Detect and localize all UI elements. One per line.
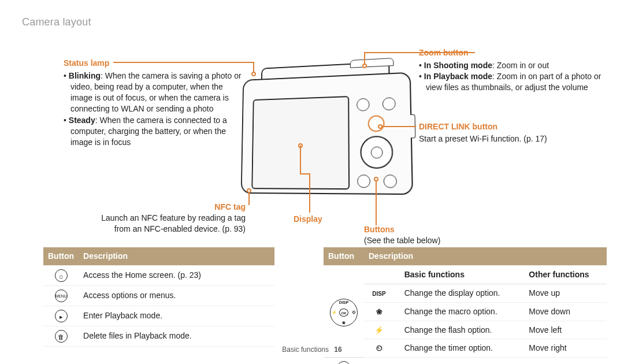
table-row: DISP Change the display option. Move up (324, 284, 607, 302)
footer-page-number: 16 (334, 346, 341, 354)
leader-dot (374, 177, 378, 181)
leader-line (381, 126, 416, 127)
leader-line (364, 52, 365, 65)
leader-line (300, 146, 301, 174)
leader-line (376, 179, 377, 225)
camera-illustration (241, 61, 413, 195)
bullet-text: : Zoom in or out (492, 61, 549, 70)
leader-dot (247, 188, 251, 193)
table-subheader-row: DISP ❀ ⚡ ⏲ OK Basic functions Other func… (324, 265, 607, 284)
leader-line (309, 173, 310, 213)
cell-desc: Delete files in Playback mode. (79, 326, 274, 346)
callout-buttons: Buttons (See the table below) (364, 224, 514, 246)
cell-desc: Confirm the highlighted option or menu. (364, 358, 607, 364)
page-title: Camera layout (22, 16, 91, 28)
bullet-label: Steady (69, 116, 95, 125)
bullet-label: Blinking (69, 71, 101, 80)
callout-subtext: Launch an NFC feature by reading a tag (95, 213, 246, 224)
table-header-row: Button Description (324, 247, 607, 265)
callout-title: Status lamp (64, 58, 109, 68)
leader-dot (362, 64, 367, 68)
cell-desc: Access the Home screen. (p. 23) (79, 265, 274, 285)
table-header: Description (79, 247, 274, 265)
table-header: Button (324, 247, 364, 265)
direct-link-button-graphic (368, 115, 385, 132)
trash-icon: 🗑 (55, 330, 68, 343)
cell-other: Move left (524, 321, 607, 339)
cell-desc: Access options or menus. (79, 285, 274, 306)
table-row: ❀ Change the macro option. Move down (324, 302, 607, 321)
leader-line (364, 52, 475, 53)
subheader-other: Other functions (524, 265, 607, 284)
callout-status-lamp: Status lamp • Blinking: When the camera … (64, 58, 243, 149)
callout-subtext: (See the table below) (364, 235, 514, 246)
table-row: ⌂ Access the Home screen. (p. 23) (43, 265, 274, 285)
footer-section: Basic functions (282, 346, 329, 354)
callout-title: DIRECT LINK button (419, 121, 592, 132)
table-row: 🗑 Delete files in Playback mode. (43, 326, 274, 346)
leader-line (300, 173, 310, 174)
callout-title: NFC tag (95, 202, 246, 213)
callout-nfc-tag: NFC tag Launch an NFC feature by reading… (95, 202, 246, 235)
cell-other: Move down (524, 302, 607, 321)
ok-icon: OK (337, 361, 350, 364)
table-row: MENU Access options or menus. (43, 285, 274, 306)
callout-subtext: Start a preset Wi-Fi function. (p. 17) (419, 133, 592, 144)
table-row: OK Confirm the highlighted option or men… (324, 358, 607, 364)
leader-line (113, 62, 253, 63)
leader-line (253, 62, 254, 72)
macro-icon: ❀ (369, 307, 389, 317)
home-icon: ⌂ (55, 269, 68, 282)
callout-subtext: from an NFC-enabled device. (p. 93) (95, 224, 246, 235)
table-header: Button (43, 247, 79, 265)
menu-icon: MENU (55, 289, 68, 302)
table-header-row: Button Description (43, 247, 274, 265)
bullet-label: In Playback mode (424, 72, 492, 81)
playback-icon: ▸ (55, 310, 68, 322)
callout-display: Display (294, 214, 328, 225)
callout-title: Buttons (364, 224, 514, 235)
callout-zoom-button: Zoom button • In Shooting mode: Zoom in … (419, 47, 612, 93)
table-header: Description (364, 247, 607, 265)
cell-basic: Change the macro option. (400, 302, 525, 321)
disp-icon: DISP (369, 290, 389, 298)
bullet-label: In Shooting mode (424, 61, 492, 70)
cell-desc: Enter Playback mode. (79, 306, 274, 326)
leader-dot (251, 72, 256, 76)
table-row: ⚡ Change the flash option. Move left (324, 321, 607, 339)
cell-basic: Change the flash option. (400, 321, 525, 339)
page-footer: Basic functions 16 (0, 346, 624, 354)
table-row: ▸ Enter Playback mode. (43, 306, 274, 326)
button-table-left: Button Description ⌂ Access the Home scr… (43, 247, 274, 347)
flash-icon: ⚡ (369, 325, 389, 336)
cell-other: Move up (524, 284, 607, 302)
cell-basic: Change the display option. (400, 284, 525, 302)
navpad-icon: DISP ❀ ⚡ ⏲ OK (330, 299, 358, 326)
leader-dot (378, 124, 382, 129)
dpad-graphic (360, 136, 393, 169)
callout-direct-link: DIRECT LINK button Start a preset Wi-Fi … (419, 121, 592, 144)
subheader-basic: Basic functions (400, 265, 525, 284)
